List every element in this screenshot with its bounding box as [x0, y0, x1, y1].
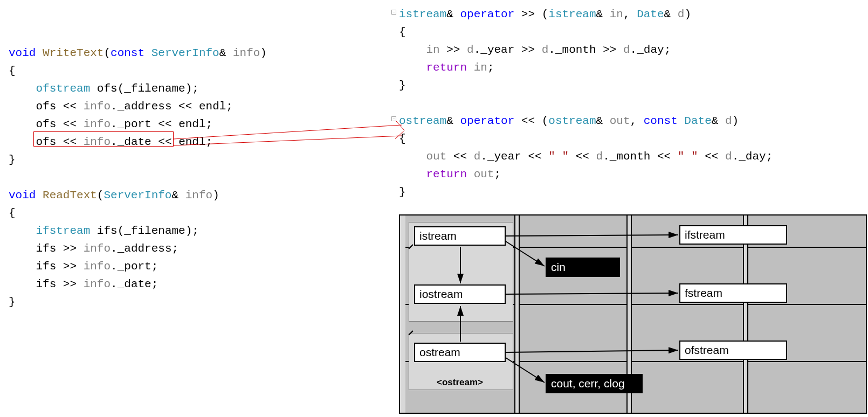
token-indent	[9, 242, 36, 255]
code-line: void WriteText(const ServerInfo& info)	[9, 44, 386, 62]
node-label: ostream	[419, 346, 460, 358]
token-member: _month	[555, 44, 596, 56]
token-type: istream	[548, 8, 596, 20]
token-punct: )	[684, 8, 691, 20]
token-space	[467, 168, 474, 180]
svg-line-2	[506, 235, 678, 236]
token-param: d	[678, 8, 685, 20]
token-indent	[9, 278, 36, 290]
token-punct: &	[664, 8, 678, 20]
token-punct: .	[480, 150, 487, 163]
token-brace: }	[399, 79, 406, 92]
token-op: << (	[514, 115, 548, 127]
token-type: ostream	[548, 115, 596, 127]
token-punct: .	[111, 242, 118, 255]
token-punct: .	[548, 44, 555, 56]
token-keyword: void	[9, 47, 36, 59]
token-param: info	[233, 47, 260, 59]
token-indent	[399, 61, 426, 74]
token-punct: &	[446, 8, 460, 20]
token-space	[467, 61, 474, 74]
token-member: _date	[118, 278, 151, 290]
token-var: out	[474, 168, 494, 180]
token-op: >>	[56, 278, 83, 290]
token-var: in	[474, 61, 487, 74]
code-line: istream& operator >> (istream& in, Date&…	[399, 5, 863, 23]
token-op: <<	[650, 150, 677, 163]
token-punct: .	[732, 150, 739, 163]
diagram-node-istream: istream	[414, 226, 506, 246]
code-line: ofstream ofs(_filename);	[9, 80, 386, 98]
code-line: {	[9, 204, 386, 222]
code-line: ofs << info._port << endl;	[9, 115, 386, 133]
token-punct: ;	[151, 260, 159, 273]
code-line: {	[9, 62, 386, 80]
diagram-node-ifstream: ifstream	[679, 225, 787, 245]
token-punct: .	[630, 44, 637, 56]
token-keyword: operator	[460, 115, 514, 127]
token-punct: );	[185, 225, 199, 237]
token-var: ifs	[90, 225, 117, 237]
annotation-highlight-box	[33, 131, 174, 147]
code-line: ifstream ifs(_filename);	[9, 222, 386, 240]
token-member: _port	[118, 118, 151, 130]
token-var: d	[542, 44, 549, 56]
code-line: out << d._year << " " << d._month << " "…	[399, 148, 863, 165]
node-label: ofstream	[685, 344, 729, 356]
token-indent	[399, 44, 426, 56]
token-var: d	[725, 150, 732, 163]
token-return: return	[426, 61, 467, 74]
code-line	[399, 94, 863, 112]
code-line: void ReadText(ServerInfo& info)	[9, 186, 386, 204]
token-param: in	[610, 8, 623, 20]
code-line: }	[9, 151, 386, 169]
token-var: ofs	[90, 82, 117, 95]
token-member: _filename	[124, 82, 185, 95]
token-op: >>	[440, 44, 467, 56]
node-label: fstream	[685, 287, 722, 299]
token-punct: ;	[172, 242, 179, 255]
code-line: {	[399, 23, 863, 41]
token-brace: {	[9, 65, 16, 77]
token-member: _month	[610, 150, 651, 163]
left-code-block: void WriteText(const ServerInfo& info) {…	[9, 44, 386, 311]
diagram-group-label: <ostream>	[414, 377, 506, 388]
token-indent	[399, 168, 426, 180]
token-type: ServerInfo	[104, 189, 171, 201]
token-op: <<	[56, 100, 83, 113]
token-op: <<	[569, 150, 596, 163]
token-keyword: const	[644, 115, 678, 127]
token-type: Date	[637, 8, 664, 20]
token-member: _address	[118, 100, 172, 113]
token-op: <<	[698, 150, 725, 163]
token-member: _address	[118, 242, 172, 255]
token-punct: &	[712, 115, 725, 127]
token-op: <<	[56, 118, 83, 130]
token-punct: .	[474, 44, 481, 56]
token-punct: )	[732, 115, 739, 127]
token-op: >>	[514, 44, 541, 56]
token-keyword: operator	[460, 8, 514, 20]
node-label: istream	[419, 230, 457, 242]
token-punct: .	[111, 260, 118, 273]
token-type: ostream	[399, 115, 446, 127]
token-indent	[9, 225, 36, 237]
token-var: d	[623, 44, 630, 56]
token-func: WriteText	[36, 47, 104, 59]
token-param: d	[725, 115, 732, 127]
token-type: ifstream	[36, 225, 90, 237]
token-punct: (	[118, 225, 125, 237]
token-brace: {	[9, 207, 16, 219]
fold-marker-icon[interactable]: -	[391, 116, 396, 121]
diagram-node-ofstream: ofstream	[679, 340, 787, 360]
fold-marker-icon[interactable]: -	[391, 10, 396, 15]
token-punct: ;	[206, 118, 213, 130]
token-punct: );	[185, 82, 199, 95]
token-punct: )	[212, 189, 219, 201]
token-punct: ,	[630, 115, 644, 127]
token-endl: endl	[178, 136, 205, 148]
token-type: Date	[678, 115, 712, 127]
token-param: out	[610, 115, 630, 127]
diagram-node-cout: cout, cerr, clog	[546, 374, 643, 393]
code-line: {	[399, 130, 863, 148]
